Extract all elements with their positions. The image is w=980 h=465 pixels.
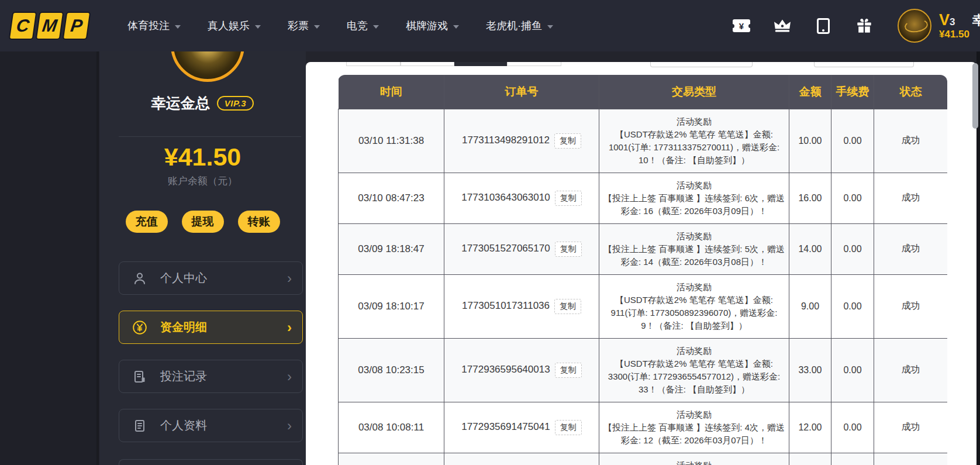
column-header-type: 交易类型 xyxy=(599,75,789,109)
table-row: 03/10 11:31:381773113498291012复制活动奖励【USD… xyxy=(339,109,948,173)
cell-time: 03/10 08:47:23 xyxy=(339,173,444,223)
column-header-amount: 金额 xyxy=(789,75,831,109)
transaction-type-title: 活动奖励 xyxy=(603,459,785,465)
cell-time: 03/08 10:00:53 xyxy=(339,453,444,465)
date-input-partial[interactable] xyxy=(814,62,914,67)
order-id: 1773051017311036 xyxy=(462,300,550,311)
nav-item[interactable]: 老虎机·捕鱼 xyxy=(486,19,553,33)
date-input-partial[interactable] xyxy=(650,62,753,67)
copy-button[interactable]: 复制 xyxy=(554,299,581,314)
column-header-fee: 手续费 xyxy=(831,75,874,109)
cell-amount: 14.00 xyxy=(789,223,831,274)
chevron-down-icon xyxy=(255,25,261,29)
records-icon xyxy=(132,369,147,384)
nav-item[interactable]: 真人娱乐 xyxy=(208,19,261,33)
logo-tile: M xyxy=(36,12,64,40)
sidebar-item-bet-records[interactable]: 投注记录› xyxy=(119,360,303,393)
chevron-down-icon xyxy=(175,25,181,29)
order-id: 1772936595640013 xyxy=(461,364,550,375)
cell-time: 03/09 18:10:17 xyxy=(339,274,444,338)
sidebar-item-label: 个人资料 xyxy=(160,418,287,433)
cell-amount: 30.00 xyxy=(789,453,831,465)
main-content-panel: 时间 订单号 交易类型 金额 手续费 状态 03/10 11:31:381773… xyxy=(306,62,976,465)
account-balance-label: 账户余额（元） xyxy=(99,174,306,188)
sidebar-item-label: 投注记录 xyxy=(160,368,287,384)
filter-tab-partial[interactable] xyxy=(507,62,561,66)
vertical-scrollbar-thumb[interactable] xyxy=(972,63,978,129)
transaction-type-title: 活动奖励 xyxy=(603,179,785,192)
order-id: 1773051527065170 xyxy=(461,243,550,254)
cell-transaction-type: 活动奖励【USDT存款送2% 笔笔存 笔笔送】金额: 1001(订单: 1773… xyxy=(599,109,789,173)
cell-transaction-type: 活动奖励【USDT存款送2% 笔笔存 笔笔送】金额: 911(订单: 17730… xyxy=(599,274,789,338)
table-row: 03/10 08:47:231773103643063010复制活动奖励【投注上… xyxy=(339,173,948,223)
chevron-right-icon: › xyxy=(287,419,292,433)
table-row: 03/08 10:23:151772936595640013复制活动奖励【USD… xyxy=(339,338,948,402)
status-badge: 成功 xyxy=(874,173,948,223)
copy-button[interactable]: 复制 xyxy=(554,133,581,149)
copy-button[interactable]: 复制 xyxy=(555,191,582,206)
logo-tile: P xyxy=(63,12,91,40)
column-header-status: 状态 xyxy=(874,75,948,109)
navbar-balance: ¥41.50 xyxy=(939,29,969,40)
filter-tab-partial[interactable] xyxy=(401,62,454,66)
transaction-type-detail: 【USDT存款送2% 笔笔存 笔笔送】金额: 3300(订单: 17729365… xyxy=(608,359,780,394)
sidebar-divider-strip xyxy=(96,51,99,465)
nav-item[interactable]: 彩票 xyxy=(288,19,320,33)
transaction-type-title: 活动奖励 xyxy=(603,345,785,357)
nav-item-label: 真人娱乐 xyxy=(208,19,250,33)
chevron-down-icon xyxy=(453,25,459,29)
gift-icon[interactable] xyxy=(855,17,873,35)
copy-button[interactable]: 复制 xyxy=(555,420,582,435)
cmp-logo[interactable]: C M P xyxy=(11,12,91,40)
transaction-type-detail: 【USDT存款送2% 笔笔存 笔笔送】金额: 911(订单: 177305089… xyxy=(611,295,778,330)
cell-amount: 33.00 xyxy=(789,338,831,402)
sidebar-item-fund-details[interactable]: 资金明细› xyxy=(119,311,303,344)
filter-tab-partial-active[interactable] xyxy=(454,62,507,66)
username: 幸运金总 xyxy=(151,94,210,113)
sidebar-item-partial[interactable] xyxy=(119,459,303,465)
nav-item[interactable]: 棋牌游戏 xyxy=(406,19,459,33)
cell-fee: 0.00 xyxy=(831,173,874,223)
table-row: 03/09 18:18:471773051527065170复制活动奖励【投注上… xyxy=(339,223,948,274)
user-avatar-small[interactable] xyxy=(898,9,931,43)
cell-time: 03/09 18:18:47 xyxy=(339,223,444,274)
nav-item[interactable]: 体育投注 xyxy=(127,19,181,33)
order-id: 1772935691475041 xyxy=(461,421,550,432)
order-id: 1773103643063010 xyxy=(461,192,550,203)
status-badge: 成功 xyxy=(874,223,948,274)
table-row: 03/08 10:08:111772935691475041复制活动奖励【投注上… xyxy=(339,402,948,453)
deposit-button[interactable]: 充值 xyxy=(126,211,168,233)
cell-transaction-type: 活动奖励【投注上上签 百事顺遂 】连续签到: 5次，赠送彩金: 14（截至: 2… xyxy=(599,223,789,274)
navbar-icon-group: ¥ xyxy=(733,17,873,35)
copy-button[interactable]: 复制 xyxy=(555,242,582,257)
transaction-type-title: 活动奖励 xyxy=(603,115,785,128)
currency-ticket-icon[interactable]: ¥ xyxy=(733,17,750,35)
cell-transaction-type: 活动奖励【USDT存款送2% 笔笔存 笔笔送】金额: 3300(订单: 1772… xyxy=(599,338,789,402)
nav-item[interactable]: 电竞 xyxy=(347,19,379,33)
sidebar-item-personal-center[interactable]: 个人中心› xyxy=(119,261,303,295)
tablet-icon[interactable] xyxy=(815,17,832,35)
filter-tab-partial[interactable] xyxy=(346,62,401,66)
nav-item-label: 电竞 xyxy=(347,19,368,33)
copy-button[interactable]: 复制 xyxy=(555,363,582,378)
crown-icon[interactable] xyxy=(774,17,791,35)
account-balance-amount: ¥41.50 xyxy=(99,143,306,171)
transaction-type-title: 活动奖励 xyxy=(603,230,785,243)
cell-order-id: 1773113498291012复制 xyxy=(444,109,599,173)
transactions-tbody: 03/10 11:31:381773113498291012复制活动奖励【USD… xyxy=(339,109,948,465)
withdraw-button[interactable]: 提现 xyxy=(182,211,224,233)
chevron-right-icon: › xyxy=(287,271,292,285)
chevron-right-icon: › xyxy=(287,370,292,384)
status-badge: 成功 xyxy=(874,109,948,173)
cell-fee: 0.00 xyxy=(831,109,874,173)
sidebar-item-personal-profile[interactable]: 个人资料› xyxy=(119,409,303,442)
transfer-button[interactable]: 转账 xyxy=(238,211,280,233)
user-vip-block[interactable]: V3 ¥41.50 xyxy=(939,12,969,40)
status-badge: 成功 xyxy=(874,402,948,453)
cell-order-id: 1773103643063010复制 xyxy=(444,173,599,223)
cell-fee: 0.00 xyxy=(831,274,874,338)
chevron-down-icon xyxy=(547,25,553,29)
cell-amount: 16.00 xyxy=(789,173,831,223)
status-badge: 成功 xyxy=(874,338,948,402)
cell-time: 03/08 10:08:11 xyxy=(339,402,444,453)
